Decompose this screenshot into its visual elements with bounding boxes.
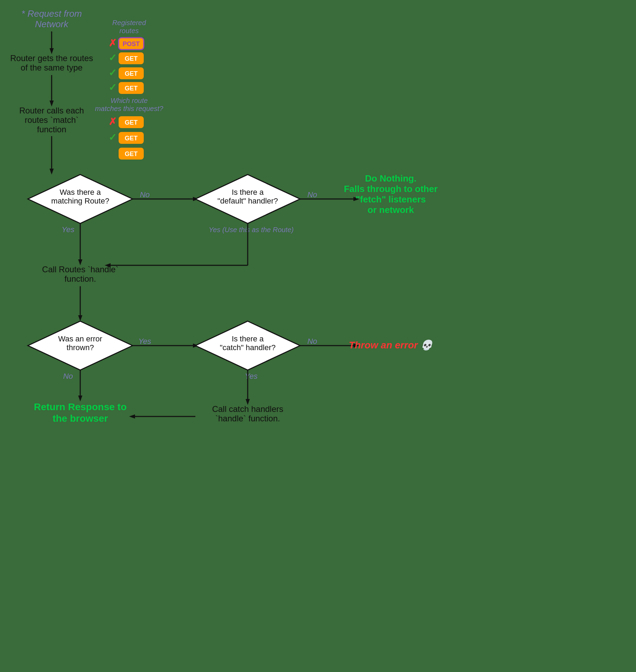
svg-text:GET: GET (125, 55, 137, 62)
svg-text:GET: GET (125, 70, 137, 77)
svg-text:Is there a: Is there a (232, 188, 264, 197)
svg-text:"default" handler?: "default" handler? (217, 197, 278, 205)
svg-text:of the same type: of the same type (21, 63, 82, 72)
svg-text:Is there a: Is there a (232, 334, 264, 343)
svg-text:matching Route?: matching Route? (51, 197, 109, 205)
svg-text:thrown?: thrown? (67, 343, 94, 352)
svg-text:✓: ✓ (109, 52, 117, 63)
svg-text:or network: or network (368, 205, 414, 215)
request-label: * Request from (21, 8, 82, 19)
svg-text:Registered: Registered (112, 19, 147, 27)
svg-text:Call catch handlers: Call catch handlers (212, 404, 283, 414)
svg-text:GET: GET (125, 150, 137, 157)
svg-text:✓: ✓ (109, 67, 117, 78)
svg-text:Call Routes `handle`: Call Routes `handle` (42, 265, 119, 274)
svg-text:Router calls each: Router calls each (19, 106, 84, 115)
svg-text:✗: ✗ (109, 116, 117, 127)
svg-text:No: No (307, 337, 317, 346)
svg-text:"catch" handler?: "catch" handler? (220, 343, 276, 352)
svg-text:`handle` function.: `handle` function. (215, 414, 280, 423)
svg-text:routes: routes (119, 27, 139, 35)
svg-text:Router gets the routes: Router gets the routes (10, 53, 93, 63)
diagram-container: * Request from Network Router gets the r… (0, 0, 636, 672)
svg-text:Yes (Use this as the Route): Yes (Use this as the Route) (209, 226, 293, 234)
svg-text:Falls through to other: Falls through to other (344, 184, 438, 194)
svg-text:GET: GET (125, 135, 137, 142)
svg-text:Yes: Yes (245, 372, 258, 381)
svg-text:Do Nothing.: Do Nothing. (365, 173, 416, 184)
svg-text:No: No (63, 372, 73, 381)
svg-text:function: function (37, 125, 66, 134)
svg-text:Network: Network (35, 19, 69, 29)
svg-text:the browser: the browser (53, 413, 108, 424)
svg-text:"fetch" listeners: "fetch" listeners (356, 194, 426, 205)
svg-text:No: No (140, 190, 150, 199)
svg-text:matches this request?: matches this request? (95, 105, 164, 112)
svg-text:✓: ✓ (109, 82, 117, 93)
svg-text:✗: ✗ (109, 38, 117, 49)
svg-text:Yes: Yes (62, 225, 75, 234)
svg-text:GET: GET (125, 85, 137, 92)
svg-text:POST: POST (122, 40, 140, 47)
svg-text:Was an error: Was an error (58, 334, 102, 343)
svg-text:function.: function. (65, 274, 96, 283)
svg-text:GET: GET (125, 119, 137, 126)
svg-text:Which route: Which route (111, 97, 148, 104)
svg-text:Throw an error 💀: Throw an error 💀 (349, 339, 435, 351)
svg-text:routes `match`: routes `match` (25, 115, 79, 125)
svg-text:No: No (307, 190, 317, 199)
svg-text:Yes: Yes (139, 337, 151, 346)
svg-text:Was there a: Was there a (60, 188, 101, 197)
svg-text:✓: ✓ (109, 132, 117, 143)
svg-text:Return Response to: Return Response to (34, 401, 127, 412)
